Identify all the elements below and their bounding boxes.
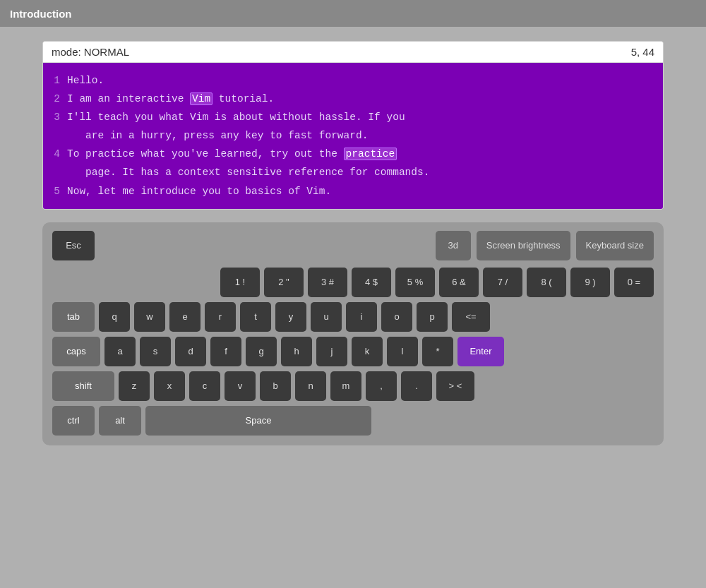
key-u[interactable]: u bbox=[311, 302, 342, 332]
key-p[interactable]: p bbox=[417, 302, 448, 332]
title-bar: Introduction bbox=[0, 0, 706, 27]
line-text-2: I am an interactive Vim tutorial. bbox=[67, 90, 656, 108]
key-j[interactable]: j bbox=[316, 337, 347, 366]
keyboard-bottom-row: ctrl alt Space bbox=[52, 406, 654, 436]
keyboard-top-row: Esc 3d Screen brightness Keyboard size bbox=[52, 231, 654, 260]
keyboard-qwerty-row: tab q w e r t y u i o p <= bbox=[52, 302, 654, 332]
line-text-5: Now, let me introduce you to basics of V… bbox=[67, 182, 656, 200]
editor-mode: mode: NORMAL bbox=[52, 46, 129, 58]
key-c[interactable]: c bbox=[189, 371, 220, 401]
editor-line-1: 1 Hello. bbox=[50, 71, 656, 90]
editor-line-5: 5 Now, let me introduce you to basics of… bbox=[50, 182, 656, 200]
key-i[interactable]: i bbox=[346, 302, 377, 332]
window-title: Introduction bbox=[10, 8, 71, 20]
key-y[interactable]: y bbox=[275, 302, 306, 332]
key-7[interactable]: 7 / bbox=[483, 268, 522, 297]
key-1[interactable]: 1 ! bbox=[220, 268, 260, 297]
editor-frame: mode: NORMAL 5, 44 1 Hello. 2 I am an in… bbox=[42, 41, 664, 210]
key-n[interactable]: n bbox=[295, 371, 326, 401]
line-number-3: 3 bbox=[50, 108, 60, 145]
editor-line-2: 2 I am an interactive Vim tutorial. bbox=[50, 90, 656, 108]
keyboard-rows: 1 ! 2 " 3 # 4 $ 5 % 6 & 7 / 8 ( 9 ) 0 = … bbox=[52, 268, 654, 436]
keyboard-asdf-row: caps a s d f g h j k l * Enter bbox=[52, 337, 654, 366]
3d-button[interactable]: 3d bbox=[436, 231, 471, 260]
key-gtlt[interactable]: > < bbox=[436, 371, 474, 401]
key-4[interactable]: 4 $ bbox=[352, 268, 391, 297]
keyboard-size-button[interactable]: Keyboard size bbox=[576, 231, 654, 260]
key-lte[interactable]: <= bbox=[452, 302, 490, 332]
editor-statusbar: mode: NORMAL 5, 44 bbox=[43, 42, 663, 63]
key-r[interactable]: r bbox=[205, 302, 236, 332]
line-text-1: Hello. bbox=[67, 71, 656, 90]
key-x[interactable]: x bbox=[154, 371, 185, 401]
key-5[interactable]: 5 % bbox=[395, 268, 435, 297]
vim-highlight: Vim bbox=[190, 92, 213, 105]
brightness-button[interactable]: Screen brightness bbox=[477, 231, 570, 260]
key-d[interactable]: d bbox=[175, 337, 206, 366]
key-w[interactable]: w bbox=[134, 302, 165, 332]
editor-line-4: 4 To practice what you've learned, try o… bbox=[50, 145, 656, 181]
key-t[interactable]: t bbox=[240, 302, 271, 332]
esc-button[interactable]: Esc bbox=[52, 231, 95, 260]
space-key[interactable]: Space bbox=[145, 406, 371, 436]
shift-key[interactable]: shift bbox=[52, 371, 114, 401]
key-6[interactable]: 6 & bbox=[439, 268, 479, 297]
editor-content: 1 Hello. 2 I am an interactive Vim tutor… bbox=[43, 63, 663, 209]
main-container: mode: NORMAL 5, 44 1 Hello. 2 I am an in… bbox=[0, 27, 706, 460]
line-number-5: 5 bbox=[50, 182, 60, 200]
key-h[interactable]: h bbox=[281, 337, 312, 366]
key-q[interactable]: q bbox=[99, 302, 130, 332]
key-2[interactable]: 2 " bbox=[264, 268, 304, 297]
key-f[interactable]: f bbox=[210, 337, 241, 366]
practice-highlight: practice bbox=[344, 148, 397, 160]
key-star[interactable]: * bbox=[422, 337, 453, 366]
editor-line-3: 3 I'll teach you what Vim is about witho… bbox=[50, 108, 656, 145]
editor-cursor-pos: 5, 44 bbox=[631, 46, 654, 58]
keyboard-number-row: 1 ! 2 " 3 # 4 $ 5 % 6 & 7 / 8 ( 9 ) 0 = bbox=[52, 268, 654, 297]
line-number-4: 4 bbox=[50, 145, 60, 181]
key-9[interactable]: 9 ) bbox=[570, 268, 610, 297]
key-m[interactable]: m bbox=[330, 371, 361, 401]
key-g[interactable]: g bbox=[246, 337, 277, 366]
enter-key[interactable]: Enter bbox=[457, 337, 504, 366]
key-z[interactable]: z bbox=[119, 371, 150, 401]
caps-key[interactable]: caps bbox=[52, 337, 100, 366]
ctrl-key[interactable]: ctrl bbox=[52, 406, 95, 436]
key-b[interactable]: b bbox=[260, 371, 291, 401]
key-l[interactable]: l bbox=[387, 337, 418, 366]
alt-key[interactable]: alt bbox=[99, 406, 141, 436]
key-0[interactable]: 0 = bbox=[614, 268, 654, 297]
keyboard-container: Esc 3d Screen brightness Keyboard size 1… bbox=[42, 222, 664, 445]
line-number-2: 2 bbox=[50, 90, 60, 108]
top-right-buttons: 3d Screen brightness Keyboard size bbox=[436, 231, 654, 260]
key-period[interactable]: . bbox=[401, 371, 432, 401]
line-text-3: I'll teach you what Vim is about without… bbox=[67, 108, 656, 145]
line-text-4: To practice what you've learned, try out… bbox=[67, 145, 656, 181]
line-number-1: 1 bbox=[50, 71, 60, 90]
key-8[interactable]: 8 ( bbox=[527, 268, 566, 297]
key-e[interactable]: e bbox=[169, 302, 201, 332]
key-comma[interactable]: , bbox=[366, 371, 397, 401]
key-o[interactable]: o bbox=[381, 302, 412, 332]
tab-key[interactable]: tab bbox=[52, 302, 95, 332]
key-s[interactable]: s bbox=[140, 337, 171, 366]
key-k[interactable]: k bbox=[352, 337, 383, 366]
key-a[interactable]: a bbox=[104, 337, 136, 366]
key-3[interactable]: 3 # bbox=[308, 268, 347, 297]
keyboard-zxcv-row: shift z x c v b n m , . > < bbox=[52, 371, 654, 401]
key-v[interactable]: v bbox=[225, 371, 256, 401]
